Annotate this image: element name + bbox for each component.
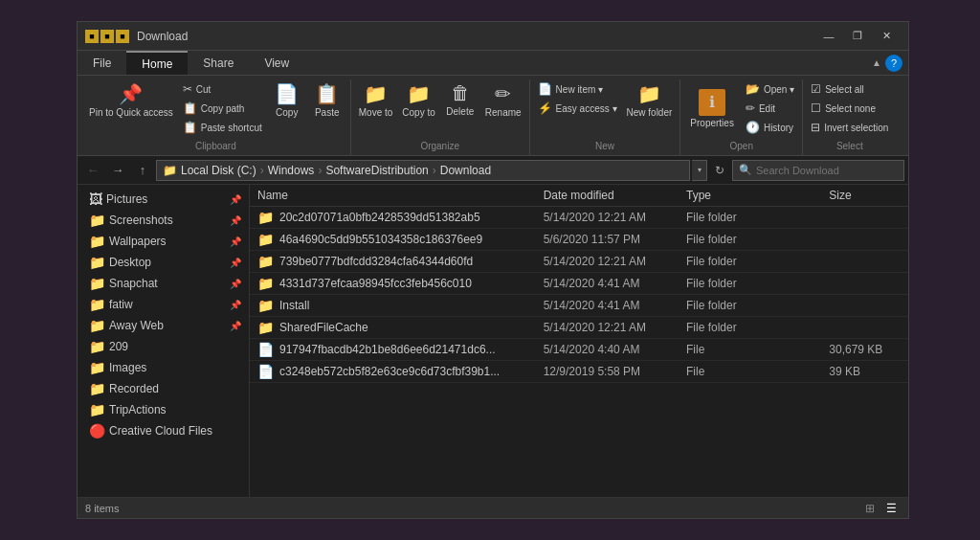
back-button[interactable]: ←: [81, 159, 104, 182]
ribbon-collapse-icon[interactable]: ▲: [872, 57, 881, 68]
search-icon: 🔍: [739, 164, 752, 176]
desktop-label: Desktop: [109, 256, 151, 269]
properties-button[interactable]: ℹ Properties: [684, 79, 740, 137]
pin-icon: 📌: [119, 82, 143, 105]
address-path[interactable]: 📁 Local Disk (C:) › Windows › SoftwareDi…: [156, 160, 690, 181]
snapchat-folder-icon: 📁: [89, 276, 105, 291]
sidebar-item-screenshots[interactable]: 📁 Screenshots 📌: [78, 210, 249, 231]
file-name-4: 📁 Install: [257, 298, 544, 313]
invert-icon: ⊟: [811, 121, 820, 134]
file-row-6[interactable]: 📄 917947fbacdb42b1be8d6ee6d21471dc6... 5…: [250, 339, 908, 361]
sidebar-item-images[interactable]: 📁 Images: [78, 357, 249, 378]
file-type-1: File folder: [686, 233, 829, 246]
tab-view[interactable]: View: [249, 51, 304, 75]
col-header-name[interactable]: Name: [257, 189, 544, 202]
path-local-disk[interactable]: Local Disk (C:): [181, 164, 256, 177]
col-header-size[interactable]: Size: [829, 189, 901, 202]
file-row-3[interactable]: 📁 4331d737efcaa98945fcc3feb456c010 5/14/…: [250, 273, 908, 295]
search-input[interactable]: [756, 165, 898, 176]
sidebar-item-away-web[interactable]: 📁 Away Web 📌: [78, 315, 249, 336]
ribbon-sections: 📌 Pin to Quick access ✂ Cut 📋 Copy path: [81, 79, 904, 155]
delete-button[interactable]: 🗑 Delete: [441, 79, 479, 137]
pin-quick-access-button[interactable]: 📌 Pin to Quick access: [85, 79, 177, 137]
sidebar-item-209[interactable]: 📁 209: [78, 336, 249, 357]
open-icon: 📂: [746, 82, 760, 96]
tab-share[interactable]: Share: [188, 51, 249, 75]
paste-shortcut-button[interactable]: 📋 Paste shortcut: [179, 118, 266, 137]
select-none-icon: ☐: [811, 101, 821, 115]
file-list-header: Name Date modified Type Size: [250, 185, 908, 207]
file-date-4: 5/14/2020 4:41 AM: [544, 299, 686, 312]
open-button[interactable]: 📂 Open ▾: [742, 79, 798, 99]
path-software-dist[interactable]: SoftwareDistribution: [325, 164, 428, 177]
file-row-2[interactable]: 📁 739be0777bdfcdd3284cfa64344d60fd 5/14/…: [250, 251, 908, 273]
sidebar-item-tripactions[interactable]: 📁 TripActions: [78, 399, 249, 420]
help-button[interactable]: ?: [885, 55, 902, 72]
sidebar-item-fatiw[interactable]: 📁 fatiw 📌: [78, 294, 249, 315]
sidebar: 🖼 Pictures 📌 📁 Screenshots 📌 📁 Wallpaper…: [78, 185, 250, 497]
file-date-1: 5/6/2020 11:57 PM: [544, 233, 686, 246]
sidebar-item-creative-cloud[interactable]: 🔴 Creative Cloud Files: [78, 420, 249, 441]
easy-access-button[interactable]: ⚡ Easy access ▾: [534, 99, 621, 118]
copy-path-button[interactable]: 📋 Copy path: [179, 99, 266, 118]
paste-shortcut-icon: 📋: [183, 121, 197, 134]
tab-file[interactable]: File: [78, 51, 126, 75]
maximize-button[interactable]: ❐: [843, 23, 872, 50]
tab-home[interactable]: Home: [126, 51, 188, 75]
path-sep-2: ›: [318, 164, 322, 177]
new-item-button[interactable]: 📄 New item ▾: [534, 79, 621, 99]
select-all-button[interactable]: ☑ Select all: [807, 79, 892, 99]
open-section-label: Open: [684, 139, 798, 153]
copy-to-button[interactable]: 📁 Copy to: [398, 79, 438, 137]
move-to-button[interactable]: 📁 Move to: [355, 79, 397, 137]
folder-icon-0: 📁: [257, 210, 274, 225]
wallpapers-label: Wallpapers: [109, 235, 167, 248]
file-row-0[interactable]: 📁 20c2d07071a0bfb2428539dd51382ab5 5/14/…: [250, 207, 908, 229]
col-header-date[interactable]: Date modified: [544, 189, 686, 202]
path-windows[interactable]: Windows: [268, 164, 315, 177]
properties-icon: ℹ: [699, 89, 725, 116]
invert-selection-button[interactable]: ⊟ Invert selection: [807, 118, 892, 137]
main-area: 🖼 Pictures 📌 📁 Screenshots 📌 📁 Wallpaper…: [78, 185, 908, 497]
rename-button[interactable]: ✏ Rename: [481, 79, 525, 137]
file-row-1[interactable]: 📁 46a4690c5dd9b551034358c186376ee9 5/6/2…: [250, 229, 908, 251]
path-download[interactable]: Download: [440, 164, 491, 177]
explorer-window: ■ ■ ■ Download — ❐ ✕ File Home Share Vie…: [77, 21, 909, 519]
forward-button[interactable]: →: [106, 159, 129, 182]
copy-button[interactable]: 📄 Copy: [268, 79, 306, 137]
status-count: 8 items: [85, 503, 853, 514]
ribbon-organize-section: 📁 Move to 📁 Copy to 🗑 Delete ✏ Rename: [351, 79, 530, 155]
file-row-5[interactable]: 📁 SharedFileCache 5/14/2020 12:21 AM Fil…: [250, 317, 908, 339]
file-row-4[interactable]: 📁 Install 5/14/2020 4:41 AM File folder: [250, 295, 908, 317]
sidebar-item-recorded[interactable]: 📁 Recorded: [78, 378, 249, 399]
refresh-button[interactable]: ↻: [709, 160, 730, 181]
file-size-6: 30,679 KB: [829, 343, 901, 356]
paste-button[interactable]: 📋 Paste: [308, 79, 346, 137]
sidebar-item-pictures[interactable]: 🖼 Pictures 📌: [78, 189, 249, 210]
file-row-7[interactable]: 📄 c3248eb572cb5f82e63ce9c6d73cfbf39b1...…: [250, 361, 908, 383]
pictures-label: Pictures: [106, 192, 147, 206]
sidebar-item-snapchat[interactable]: 📁 Snapchat 📌: [78, 273, 249, 294]
snapchat-label: Snapchat: [109, 277, 158, 290]
sidebar-item-desktop[interactable]: 📁 Desktop 📌: [78, 252, 249, 273]
path-dropdown-button[interactable]: ▾: [692, 160, 707, 181]
folder-icon-5: 📁: [257, 320, 274, 335]
col-header-type[interactable]: Type: [686, 189, 829, 202]
list-view-button[interactable]: ☰: [881, 500, 901, 517]
history-button[interactable]: 🕐 History: [742, 118, 798, 137]
tripactions-folder-icon: 📁: [89, 402, 105, 417]
select-none-button[interactable]: ☐ Select none: [807, 99, 892, 118]
new-folder-button[interactable]: 📁 New folder: [623, 79, 677, 137]
sidebar-item-wallpapers[interactable]: 📁 Wallpapers 📌: [78, 231, 249, 252]
cut-button[interactable]: ✂ Cut: [179, 79, 266, 99]
away-web-folder-icon: 📁: [89, 318, 105, 333]
up-button[interactable]: ↑: [131, 159, 154, 182]
file-name-7: 📄 c3248eb572cb5f82e63ce9c6d73cfbf39b1...: [257, 364, 544, 379]
tb-icon-3: ■: [116, 30, 129, 43]
edit-button[interactable]: ✏ Edit: [742, 99, 798, 118]
grid-view-button[interactable]: ⊞: [860, 500, 880, 517]
rename-icon: ✏: [495, 82, 511, 105]
close-button[interactable]: ✕: [872, 23, 901, 50]
minimize-button[interactable]: —: [814, 23, 843, 50]
delete-icon: 🗑: [451, 82, 470, 104]
